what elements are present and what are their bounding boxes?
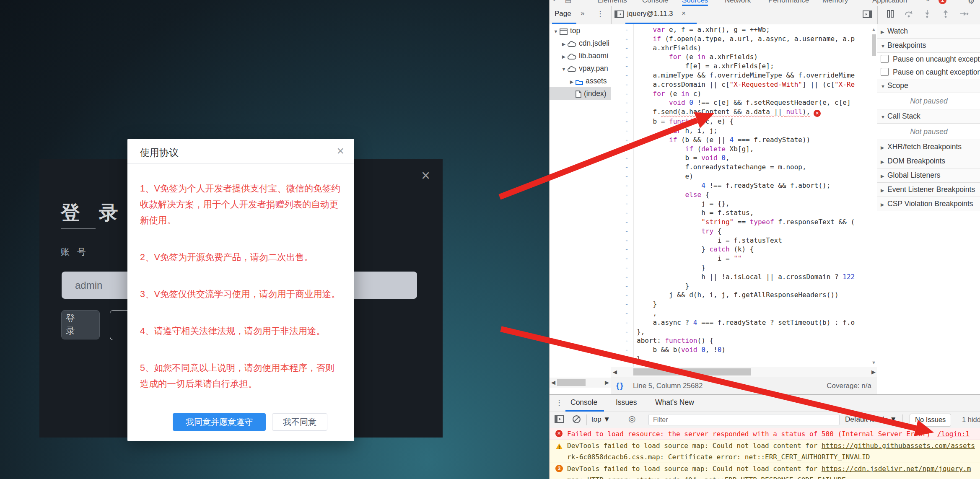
tab-whats-new[interactable]: What's New: [655, 398, 694, 407]
code-line[interactable]: -for (e in c): [611, 89, 871, 98]
code-line[interactable]: -a.mimeType && f.overrideMimeType && f.o…: [611, 71, 871, 80]
dialog-close-icon[interactable]: ×: [337, 145, 344, 157]
line-gutter[interactable]: -: [611, 345, 629, 355]
main-tab-application[interactable]: Application: [872, 0, 907, 6]
checkbox-pause-on-uncaught-exceptions[interactable]: Pause on uncaught exceptions: [877, 53, 980, 66]
disagree-button[interactable]: 我不同意: [272, 413, 327, 431]
line-gutter[interactable]: -: [611, 117, 629, 126]
line-gutter[interactable]: -: [611, 245, 629, 254]
code-line[interactable]: -for (e in a.xhrFields): [611, 52, 871, 62]
navigator-more-tabs-icon[interactable]: »: [581, 9, 584, 18]
main-tab-elements[interactable]: Elements: [597, 0, 627, 6]
line-gutter[interactable]: -: [611, 290, 629, 300]
section-expander-icon[interactable]: ▶: [881, 184, 887, 197]
console-link[interactable]: https://github.githubassets.com/assets: [822, 442, 975, 450]
code-line[interactable]: -"string" == typeof f.responseText && (: [611, 217, 871, 227]
line-gutter[interactable]: -: [611, 153, 629, 163]
line-gutter[interactable]: -: [611, 181, 629, 190]
line-gutter[interactable]: -: [611, 126, 629, 135]
scrollbar-thumb[interactable]: [557, 379, 586, 386]
line-gutter[interactable]: -: [611, 107, 629, 117]
tab-issues[interactable]: Issues: [616, 398, 637, 407]
line-gutter[interactable]: -: [611, 355, 629, 364]
code-line[interactable]: -h || !a.isLocal || a.crossDomain ? 122: [611, 272, 871, 282]
log-levels-selector[interactable]: Default levels ▼: [845, 415, 897, 424]
line-gutter[interactable]: -: [611, 25, 629, 34]
tree-item-assets[interactable]: ▶assets: [550, 75, 611, 87]
line-gutter[interactable]: -: [611, 236, 629, 245]
console-link[interactable]: map: [567, 476, 579, 479]
console-menu-icon[interactable]: ⋮: [555, 398, 563, 407]
expander-icon[interactable]: ▼: [561, 63, 567, 75]
line-gutter[interactable]: -: [611, 199, 629, 208]
code-content[interactable]: -var e, f = a.xhr(), g = ++Wb;-if (f.ope…: [611, 25, 871, 364]
tree-item-vpay-pan[interactable]: ▼vpay.pan: [550, 62, 611, 75]
step-out-icon[interactable]: [941, 10, 950, 20]
scroll-up-icon[interactable]: ▲: [871, 27, 876, 32]
code-line[interactable]: -a.async ? 4 === f.readyState ? setTimeo…: [611, 318, 871, 327]
code-line[interactable]: -i = "": [611, 254, 871, 263]
checkbox-pause-on-caught-exceptions[interactable]: Pause on caught exceptions: [877, 66, 980, 79]
code-line[interactable]: -,: [611, 309, 871, 318]
line-gutter[interactable]: -: [611, 227, 629, 236]
navigator-tab-page[interactable]: Page: [555, 10, 571, 18]
inline-error-icon[interactable]: ✕: [814, 110, 821, 117]
console-link[interactable]: https://cdn.jsdelivr.net/npm/jquery.m: [822, 465, 971, 473]
section-scope[interactable]: ▼Scope: [877, 79, 980, 93]
section-watch[interactable]: ▶Watch: [877, 24, 980, 39]
code-line[interactable]: -},: [611, 327, 871, 337]
main-tab-performance[interactable]: Performance: [768, 0, 809, 6]
scroll-down-icon[interactable]: ▼: [871, 360, 876, 365]
section-expander-icon[interactable]: ▶: [881, 155, 887, 169]
line-gutter[interactable]: -: [611, 190, 629, 199]
line-gutter[interactable]: -: [611, 172, 629, 181]
line-gutter[interactable]: -: [611, 282, 629, 291]
code-line[interactable]: -if (b && (e || 4 === f.readyState)): [611, 135, 871, 145]
scroll-right-icon[interactable]: ▶: [871, 369, 876, 375]
error-count-badge[interactable]: 1: [939, 0, 946, 4]
section-expander-icon[interactable]: ▶: [881, 169, 887, 183]
console-link[interactable]: rk-6c0858dcacb6.css.map: [567, 453, 660, 461]
toggle-debugger-icon[interactable]: [863, 10, 873, 18]
code-line[interactable]: -var e, f = a.xhr(), g = ++Wb;: [611, 25, 871, 34]
step-icon[interactable]: [959, 10, 969, 20]
code-line[interactable]: -abort: function() {: [611, 336, 871, 345]
line-gutter[interactable]: -: [611, 145, 629, 154]
code-line[interactable]: -b = void 0,: [611, 153, 871, 163]
line-gutter[interactable]: -: [611, 163, 629, 172]
main-tab-network[interactable]: Network: [725, 0, 751, 6]
main-tab-sources[interactable]: Sources: [682, 0, 708, 6]
line-gutter[interactable]: -: [611, 80, 629, 89]
code-line[interactable]: -a.xhrFields): [611, 44, 871, 53]
code-line[interactable]: -}: [611, 300, 871, 309]
line-gutter[interactable]: -: [611, 44, 629, 53]
section-xhr-fetch-breakpoints[interactable]: ▶XHR/fetch Breakpoints: [877, 140, 980, 154]
section-event-listener-breakpoints[interactable]: ▶Event Listener Breakpoints: [877, 183, 980, 197]
line-gutter[interactable]: -: [611, 318, 629, 327]
expander-icon[interactable]: ▼: [553, 25, 559, 38]
line-gutter[interactable]: -: [611, 52, 629, 62]
section-dom-breakpoints[interactable]: ▶DOM Breakpoints: [877, 154, 980, 168]
section-expander-icon[interactable]: ▼: [881, 80, 887, 93]
gear-icon[interactable]: ⚙: [968, 0, 975, 6]
code-line[interactable]: -try {: [611, 227, 871, 236]
code-line[interactable]: -4 !== f.readyState && f.abort();: [611, 181, 871, 190]
code-line[interactable]: -a.crossDomain || c["X-Requested-With"] …: [611, 80, 871, 89]
section-global-listeners[interactable]: ▶Global Listeners: [877, 168, 980, 183]
code-line[interactable]: -}: [611, 282, 871, 291]
line-gutter[interactable]: -: [611, 300, 629, 309]
navigator-horizontal-scrollbar[interactable]: ◀ ▶: [550, 378, 611, 388]
device-toolbar-icon[interactable]: ▤: [565, 0, 571, 4]
code-line[interactable]: -j && d(h, i, j, f.getAllResponseHeaders…: [611, 290, 871, 300]
tree-item-cdn-jsdeli[interactable]: ▶cdn.jsdeli: [550, 37, 611, 49]
section-breakpoints[interactable]: ▼Breakpoints: [877, 39, 980, 53]
main-tab-memory[interactable]: Memory: [822, 0, 848, 6]
code-line[interactable]: -if (delete Xb[g],: [611, 145, 871, 154]
code-line[interactable]: -j = {},: [611, 199, 871, 208]
line-gutter[interactable]: -: [611, 71, 629, 80]
editor-horizontal-scrollbar[interactable]: ◀ ▶: [611, 367, 877, 377]
checkbox[interactable]: [881, 68, 889, 76]
panel-close-icon[interactable]: ×: [421, 168, 430, 183]
pretty-print-icon[interactable]: {}: [616, 381, 624, 390]
file-tab-close-icon[interactable]: ×: [682, 9, 686, 18]
